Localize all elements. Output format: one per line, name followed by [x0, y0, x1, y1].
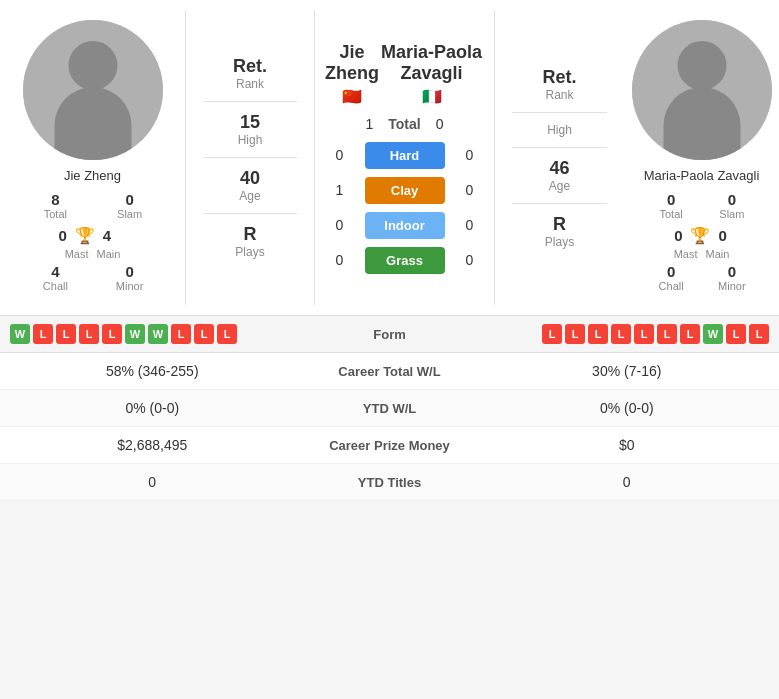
stats-row-0: 58% (346-255)Career Total W/L30% (7-16) [0, 353, 779, 390]
right-age-value: 46 [500, 158, 619, 179]
right-trophy-icon: 🏆 [690, 226, 710, 245]
form-left-badge-9: L [217, 324, 237, 344]
right-slam-label: Slam [705, 208, 760, 220]
hard-left-score: 0 [330, 147, 350, 163]
right-player-panel: Maria-Paola Zavagli 0 Total 0 Slam 0 🏆 0… [624, 10, 779, 305]
total-row: 1 Total 0 [325, 116, 484, 132]
indoor-button[interactable]: Indoor [365, 212, 445, 239]
grass-left-score: 0 [330, 252, 350, 268]
left-plays-value: R [191, 224, 309, 245]
right-player-photo [632, 20, 772, 160]
left-player-panel: Jie Zheng 8 Total 0 Slam 0 🏆 4 Mast Mai [0, 10, 185, 305]
stats-row-3: 0YTD Titles0 [0, 464, 779, 501]
stats-center-1: YTD W/L [290, 401, 490, 416]
form-left-badge-6: W [148, 324, 168, 344]
form-right-badge-4: L [634, 324, 654, 344]
right-mast-main-labels: Mast Main [634, 248, 769, 260]
right-total-stat: 0 Total [641, 188, 702, 223]
right-age-label: Age [500, 179, 619, 193]
right-divider2 [512, 147, 607, 148]
total-label: Total [388, 116, 420, 132]
left-flag: 🇨🇳 [342, 87, 362, 106]
right-plays-block: R Plays [500, 210, 619, 253]
left-age-block: 40 Age [191, 164, 309, 207]
left-header: Jie Zheng 🇨🇳 [325, 42, 379, 106]
form-left-badge-5: W [125, 324, 145, 344]
form-left-badge-1: L [33, 324, 53, 344]
right-minor-value: 0 [705, 263, 760, 280]
form-right-badge-0: L [542, 324, 562, 344]
clay-button[interactable]: Clay [365, 177, 445, 204]
form-right-badge-1: L [565, 324, 585, 344]
form-right-badge-3: L [611, 324, 631, 344]
left-flag-icon: 🇨🇳 [342, 87, 362, 106]
clay-right-score: 0 [460, 182, 480, 198]
right-rank-block: Ret. Rank [500, 63, 619, 106]
surface-row-grass: 0 Grass 0 [325, 247, 484, 274]
left-player-name: Jie Zheng [64, 168, 121, 183]
left-mast-value: 0 [58, 227, 66, 244]
indoor-right-score: 0 [460, 217, 480, 233]
clay-left-score: 1 [330, 182, 350, 198]
right-total-label: Total [644, 208, 699, 220]
left-rank-value: Ret. [191, 56, 309, 77]
stats-left-3: 0 [15, 474, 290, 490]
right-name-top: Maria-Paola Zavagli [379, 42, 484, 84]
right-flags: 🇮🇹 [422, 87, 442, 106]
right-rank-label: Rank [500, 88, 619, 102]
stats-row-2: $2,688,495Career Prize Money$0 [0, 427, 779, 464]
divider1 [203, 101, 297, 102]
center-section: Jie Zheng 🇨🇳 Maria-Paola Zavagli 🇮🇹 1 To… [315, 10, 494, 305]
left-total-value: 8 [21, 191, 89, 208]
stats-right-1: 0% (0-0) [490, 400, 765, 416]
right-mast-stat: 0 🏆 0 [671, 223, 732, 248]
right-main-value: 0 [718, 227, 726, 244]
right-slam-stat: 0 Slam [702, 188, 763, 223]
form-right-badge-2: L [588, 324, 608, 344]
form-section: WLLLLWWLLL Form LLLLLLLWLL [0, 315, 779, 352]
stats-table: 58% (346-255)Career Total W/L30% (7-16)0… [0, 352, 779, 501]
grass-button[interactable]: Grass [365, 247, 445, 274]
stats-right-2: $0 [490, 437, 765, 453]
total-right-score: 0 [436, 116, 444, 132]
stats-right-3: 0 [490, 474, 765, 490]
surface-rows: 0 Hard 0 1 Clay 0 0 Indoor 0 0 Grass [325, 142, 484, 274]
left-name-top: Jie Zheng [325, 42, 379, 84]
stats-left-2: $2,688,495 [15, 437, 290, 453]
form-right-badge-5: L [657, 324, 677, 344]
form-right-badge-6: L [680, 324, 700, 344]
total-left-score: 1 [366, 116, 374, 132]
hard-right-score: 0 [460, 147, 480, 163]
right-middle-stats: Ret. Rank High 46 Age R Plays [494, 10, 624, 305]
form-left-badge-8: L [194, 324, 214, 344]
surface-row-clay: 1 Clay 0 [325, 177, 484, 204]
right-minor-stat: 0 Minor [702, 260, 763, 295]
form-left-badge-4: L [102, 324, 122, 344]
divider3 [203, 213, 297, 214]
right-rank-value: Ret. [500, 67, 619, 88]
form-left-badge-7: L [171, 324, 191, 344]
left-age-value: 40 [191, 168, 309, 189]
left-total-stat: 8 Total [18, 188, 92, 223]
main-container: Jie Zheng 8 Total 0 Slam 0 🏆 4 Mast Mai [0, 0, 779, 501]
grass-right-score: 0 [460, 252, 480, 268]
left-high-block: 15 High [191, 108, 309, 151]
right-high-label: High [500, 123, 619, 137]
left-rank-label: Rank [191, 77, 309, 91]
left-trophy-icon: 🏆 [75, 226, 95, 245]
right-divider3 [512, 203, 607, 204]
left-mast-label: Mast [65, 248, 89, 260]
hard-button[interactable]: Hard [365, 142, 445, 169]
right-divider1 [512, 112, 607, 113]
right-mast-value: 0 [674, 227, 682, 244]
right-chall-value: 0 [644, 263, 699, 280]
left-age-label: Age [191, 189, 309, 203]
form-right: LLLLLLLWLL [455, 324, 770, 344]
stats-center-2: Career Prize Money [290, 438, 490, 453]
right-mast-label: Mast [674, 248, 698, 260]
right-player-stats: 0 Total 0 Slam 0 🏆 0 Mast Main 0 [634, 188, 769, 295]
surface-row-hard: 0 Hard 0 [325, 142, 484, 169]
right-total-value: 0 [644, 191, 699, 208]
player-section: Jie Zheng 8 Total 0 Slam 0 🏆 4 Mast Mai [0, 0, 779, 315]
form-left-badge-2: L [56, 324, 76, 344]
